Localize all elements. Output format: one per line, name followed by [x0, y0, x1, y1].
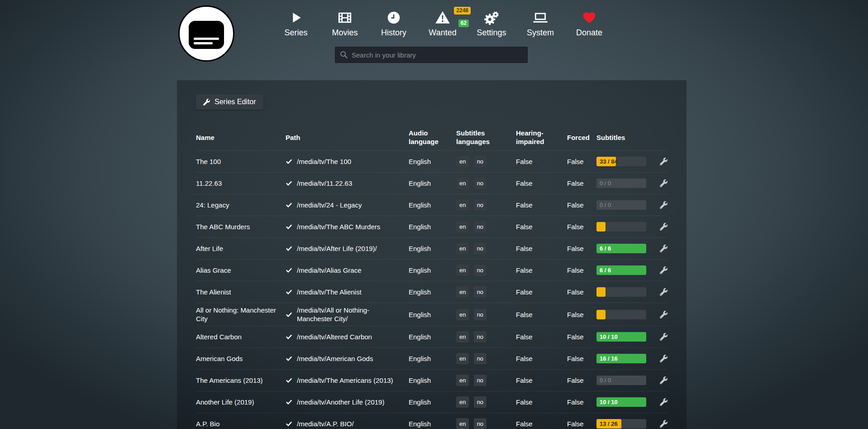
series-path-cell: /media/tv/Altered Carbon [286, 330, 409, 344]
subtitles-languages-cell: en no [456, 306, 516, 323]
header-audio-language: Audio language [409, 129, 456, 146]
series-path: /media/tv/After Life (2019)/ [297, 244, 377, 253]
series-name[interactable]: A.P. Bio [196, 417, 286, 429]
series-path: /media/tv/American Gods [297, 354, 373, 363]
series-name[interactable]: The Alienist [196, 285, 286, 299]
language-badge: en [456, 221, 469, 232]
series-name[interactable]: After Life [196, 241, 286, 255]
subtitles-progress-text: 10 / 10 [600, 332, 618, 342]
edit-series-button[interactable] [660, 330, 668, 343]
series-path: /media/tv/Altered Carbon [297, 333, 372, 341]
series-path-cell: /media/tv/A.P. BIO/ [286, 417, 409, 429]
subtitles-progress: 0 / 0 [596, 200, 646, 210]
subtitles-progress [596, 287, 646, 297]
edit-series-button[interactable] [660, 220, 668, 233]
table-row: Altered Carbon /media/tv/Altered Carbon … [196, 326, 668, 347]
nav-system[interactable]: System [516, 8, 565, 38]
subtitles-progress-text: 0 / 0 [600, 200, 611, 210]
language-badge: en [456, 178, 469, 189]
edit-series-button[interactable] [660, 395, 668, 409]
subtitles-languages-cell: en no [456, 197, 516, 213]
logo-subtitle-line [194, 42, 213, 44]
nav-settings[interactable]: Settings [467, 8, 516, 38]
language-badge: no [474, 199, 486, 211]
table-row: Alias Grace /media/tv/Alias Grace Englis… [196, 259, 668, 281]
edit-series-button[interactable] [660, 308, 668, 321]
language-badge: no [474, 286, 486, 298]
edit-series-button[interactable] [660, 198, 668, 212]
edit-series-button[interactable] [660, 374, 668, 387]
subtitles-cell: 0 / 0 [596, 373, 660, 388]
edit-series-button[interactable] [660, 417, 668, 429]
series-name[interactable]: The ABC Murders [196, 220, 286, 234]
nav-wanted-label: Wanted [418, 28, 467, 38]
subtitles-languages-cell: en no [456, 284, 516, 300]
series-name[interactable]: Altered Carbon [196, 330, 286, 344]
series-path-cell: /media/tv/The 100 [286, 154, 409, 169]
subtitles-languages-cell: en no [456, 153, 516, 170]
language-badge: no [474, 418, 486, 429]
language-badge: en [456, 375, 469, 386]
series-path: /media/tv/The Americans (2013) [297, 376, 393, 385]
nav-wanted[interactable]: Wanted 2246 62 [418, 8, 467, 38]
series-path-cell: /media/tv/All or Nothing- Manchester Cit… [286, 303, 409, 326]
nav-movies[interactable]: Movies [320, 8, 369, 38]
series-path-cell: /media/tv/Another Life (2019) [286, 395, 409, 409]
series-name[interactable]: The 100 [196, 154, 286, 169]
subtitles-progress [596, 310, 646, 319]
check-icon [286, 202, 292, 208]
series-editor-button[interactable]: Series Editor [196, 94, 263, 110]
subtitles-languages-cell: en no [456, 415, 516, 429]
audio-language-value: English [409, 154, 456, 169]
edit-series-button[interactable] [660, 155, 668, 168]
series-path-cell: /media/tv/The ABC Murders [286, 220, 409, 234]
search-input[interactable] [335, 47, 528, 63]
subtitles-cell: 0 / 0 [596, 176, 660, 191]
language-badge: en [456, 156, 469, 167]
language-badge: en [456, 353, 469, 364]
edit-series-button[interactable] [660, 177, 668, 190]
series-name[interactable]: American Gods [196, 352, 286, 366]
hearing-impaired-value: False [516, 373, 567, 387]
series-name[interactable]: All or Nothing: Manchester City [196, 303, 286, 326]
nav-donate-label: Donate [565, 28, 614, 38]
check-icon [286, 311, 292, 318]
subtitles-languages-cell: en no [456, 218, 516, 235]
nav-donate[interactable]: Donate [565, 8, 614, 38]
wrench-icon [203, 99, 210, 106]
subtitles-languages-cell: en no [456, 350, 516, 367]
check-icon [286, 158, 292, 165]
subtitles-progress: 13 / 26 [596, 419, 646, 429]
subtitles-cell [596, 284, 660, 299]
subtitles-progress: 0 / 0 [596, 376, 646, 385]
audio-language-value: English [409, 285, 456, 299]
edit-series-button[interactable] [660, 285, 668, 299]
series-name[interactable]: 24: Legacy [196, 198, 286, 212]
series-name[interactable]: 11.22.63 [196, 176, 286, 190]
subtitles-languages-cell: en no [456, 175, 516, 192]
series-name[interactable]: Another Life (2019) [196, 395, 286, 409]
check-icon [286, 267, 292, 274]
forced-value: False [567, 220, 596, 234]
hearing-impaired-value: False [516, 395, 567, 409]
edit-series-button[interactable] [660, 264, 668, 277]
app-logo[interactable] [178, 5, 234, 62]
edit-series-button[interactable] [660, 352, 668, 365]
nav-history[interactable]: History [369, 8, 418, 38]
series-name[interactable]: The Americans (2013) [196, 373, 286, 387]
subtitles-progress-text: 6 / 6 [600, 244, 611, 253]
edit-series-button[interactable] [660, 242, 668, 255]
audio-language-value: English [409, 330, 456, 344]
forced-value: False [567, 241, 596, 255]
table-row: 11.22.63 /media/tv/11.22.63 English en n… [196, 172, 668, 194]
series-name[interactable]: Alias Grace [196, 263, 286, 277]
language-badge: no [474, 221, 486, 232]
forced-value: False [567, 373, 596, 387]
language-badge: en [456, 396, 469, 408]
language-badge: no [474, 375, 486, 386]
nav-series[interactable]: Series [272, 8, 320, 38]
subtitles-progress: 10 / 10 [596, 332, 646, 342]
forced-value: False [567, 395, 596, 409]
film-icon [320, 8, 369, 27]
series-path-cell: /media/tv/Alias Grace [286, 263, 409, 277]
